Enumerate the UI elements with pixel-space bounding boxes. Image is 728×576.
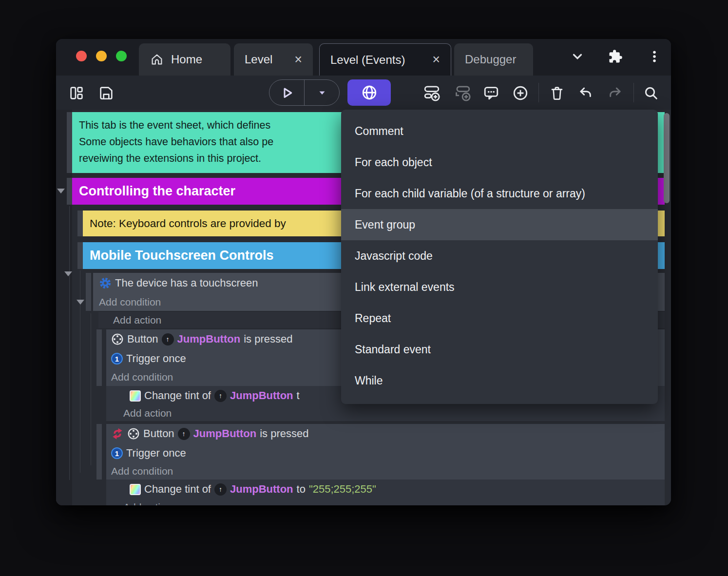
condition-row[interactable]: Button ↑ JumpButton is pressed [106,424,665,443]
condition-text: is pressed [244,333,292,346]
menu-item-while[interactable]: While [341,365,658,396]
menu-item-for-each-child-variable[interactable]: For each child variable (of a structure … [341,178,658,209]
add-action-label: Add action [113,314,161,326]
vertical-scrollbar[interactable] [663,110,670,505]
margin-bar[interactable] [86,273,91,311]
toolbar [56,76,671,110]
tab-label: Level [245,53,272,66]
add-action-link[interactable]: Add action [106,405,665,421]
tab-label: Home [171,53,202,66]
margin-bar[interactable] [96,424,102,480]
margin-bar[interactable] [67,178,72,205]
condition-row[interactable]: 1 Trigger once [106,443,665,463]
close-tab-icon[interactable]: × [294,53,302,66]
object-link[interactable]: JumpButton [177,333,241,346]
tree-line [91,313,91,465]
preview-options-dropdown[interactable] [305,80,339,105]
system-gear-icon [99,277,112,289]
condition-text: Button [143,427,174,440]
menu-item-standard-event[interactable]: Standard event [341,334,658,365]
object-link[interactable]: JumpButton [230,483,293,496]
note-text: Note: Keyboard controls are provided by [90,217,286,230]
menu-item-label: For each child variable (of a structure … [355,187,585,200]
menu-item-comment[interactable]: Comment [341,115,658,147]
menu-item-javascript-code[interactable]: Javascript code [341,240,658,271]
collapse-arrow-icon[interactable] [64,271,72,276]
zoom-window-button[interactable] [116,51,127,61]
condition-text: Button [127,333,158,346]
tint-icon [130,390,141,402]
scrollbar-thumb[interactable] [664,113,670,203]
menu-item-label: Javascript code [355,250,433,263]
gamepad-button-icon [127,427,140,440]
chevron-down-icon[interactable] [569,48,586,65]
tree-line [69,206,70,480]
tab-label: Level (Events) [330,53,405,67]
action-area[interactable]: Change tint of ↑ JumpButton to "255;255;… [106,480,665,505]
toolbar-divider [633,83,634,102]
desktop-background: Home Level × Level (Events) × Debugger [0,0,728,576]
menu-item-label: For each object [355,156,432,169]
menu-item-for-each-object[interactable]: For each object [341,147,658,178]
object-link[interactable]: JumpButton [230,389,293,402]
menu-item-link-external-events[interactable]: Link external events [341,271,658,303]
add-comment-icon[interactable] [482,84,500,102]
search-icon[interactable] [642,84,660,102]
string-literal: "255;255;255" [309,483,376,496]
overflow-menu-icon[interactable] [646,48,663,65]
add-action-label: Add action [123,501,172,505]
condition-text: Trigger once [126,447,186,460]
action-row[interactable]: Change tint of ↑ JumpButton to "255;255;… [106,480,665,499]
add-event-context-menu: Comment For each object For each child v… [341,110,658,404]
trigger-once-icon: 1 [111,447,123,459]
add-object-icon[interactable] [512,84,529,102]
title-bar: Home Level × Level (Events) × Debugger [56,39,671,76]
menu-item-event-group[interactable]: Event group [341,209,658,240]
menu-item-label: Repeat [355,312,391,325]
undo-icon[interactable] [577,84,594,102]
add-action-link[interactable]: Add action [106,499,665,505]
add-sub-event-icon[interactable] [454,84,471,102]
group-title: Mobile Touchscreen Controls [90,248,274,263]
collapse-arrow-icon[interactable] [77,300,84,305]
condition-text: is pressed [260,427,308,440]
action-text: to [297,483,306,496]
minimize-window-button[interactable] [96,51,107,61]
preview-split-button [269,79,340,106]
gamepad-button-icon [111,333,124,346]
group-title: Controlling the character [79,184,235,198]
menu-item-label: Comment [355,125,403,138]
inverted-condition-icon [111,427,124,440]
tab-level[interactable]: Level × [234,43,313,76]
tab-level-events[interactable]: Level (Events) × [319,43,451,76]
tab-home[interactable]: Home [139,43,230,76]
event-block-jumpbutton-not-pressed[interactable]: Button ↑ JumpButton is pressed 1 Trigger… [106,424,665,480]
close-window-button[interactable] [76,51,87,61]
close-tab-icon[interactable]: × [432,53,440,66]
layout-panels-icon[interactable] [68,84,85,102]
menu-item-repeat[interactable]: Repeat [341,303,658,334]
margin-bar[interactable] [77,242,83,269]
redo-icon[interactable] [606,84,624,102]
collapse-arrow-icon[interactable] [57,189,65,193]
add-event-icon[interactable] [423,84,441,102]
menu-item-label: While [355,374,383,387]
margin-bar[interactable] [96,329,102,386]
tab-debugger[interactable]: Debugger [454,43,533,76]
menu-item-label: Event group [355,218,415,231]
menu-item-label: Standard event [355,343,431,356]
save-icon[interactable] [97,84,115,102]
home-icon [150,52,164,67]
margin-bar[interactable] [77,211,83,236]
delete-icon[interactable] [548,84,566,102]
add-condition-link[interactable]: Add condition [106,463,665,480]
preview-browser-button[interactable] [347,79,391,106]
menu-item-label: Link external events [355,281,455,294]
object-instance-icon: ↑ [178,428,190,440]
addons-puzzle-icon[interactable] [607,48,624,65]
margin-bar[interactable] [67,112,72,173]
preview-play-button[interactable] [269,80,304,105]
action-text: Change tint of [144,483,211,496]
condition-text: The device has a touchscreen [115,277,258,289]
object-link[interactable]: JumpButton [193,427,257,440]
